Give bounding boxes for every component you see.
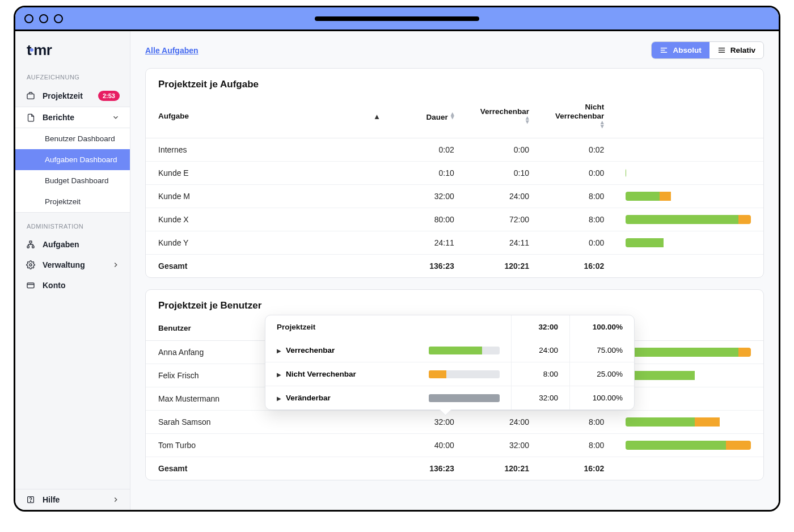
cell-dauer: 80:00 (388, 208, 463, 231)
briefcase-icon (26, 91, 36, 100)
svg-point-4 (29, 264, 32, 266)
sidebar-sub-aufgaben[interactable]: Aufgaben Dashboard (15, 149, 130, 170)
cell-dauer: 32:00 (388, 411, 463, 434)
popover-breakdown: Projektzeit 32:00 100.00% ▶Verrechenbar … (265, 315, 635, 410)
chevron-right-icon: ▶ (277, 371, 281, 378)
logo: tmr (15, 31, 130, 68)
sidebar-item-label: Projektzeit (43, 91, 91, 100)
sidebar-item-verwaltung[interactable]: Verwaltung (15, 255, 130, 275)
sidebar-item-label: Konto (43, 281, 120, 290)
cell-name: Tom Turbo (146, 434, 388, 457)
card-projektzeit-benutzer: Projektzeit je Benutzer Benutzer Anna An… (145, 289, 764, 480)
sidebar: tmr AUFZEICHNUNG Projektzeit 2:53 Berich… (15, 31, 130, 510)
sidebar-sub-budget[interactable]: Budget Dashboard (15, 170, 130, 191)
view-absolut-button[interactable]: Absolut (652, 42, 709, 58)
topbar: Alle Aufgaben Absolut Relativ (145, 41, 764, 59)
col-header-dauer[interactable]: Dauer▴▾ (388, 95, 463, 138)
sort-icon: ▴▾ (526, 116, 529, 123)
svg-rect-0 (27, 94, 34, 99)
svg-rect-2 (27, 246, 29, 248)
popover-title: Projektzeit (265, 315, 417, 339)
cell-name: Kunde E (146, 162, 388, 185)
col-header-aufgabe[interactable]: Aufgabe ▴ (146, 95, 388, 138)
sidebar-item-label: Verwaltung (43, 260, 105, 269)
table-row[interactable]: Kunde E 0:10 0:10 0:00 (146, 162, 763, 185)
popover-value: 32:00 (511, 386, 569, 410)
cell-dauer: 0:02 (388, 138, 463, 162)
card-icon (26, 281, 36, 290)
col-header-nicht-verrechenbar[interactable]: NichtVerrechenbar▴▾ (538, 95, 613, 138)
table-row[interactable]: Kunde X 80:00 72:00 8:00 (146, 208, 763, 231)
popover-total-value: 32:00 (511, 315, 569, 339)
sort-icon: ▴▾ (451, 112, 454, 119)
table-row[interactable]: Kunde M 32:00 24:00 8:00 (146, 185, 763, 208)
sidebar-item-konto[interactable]: Konto (15, 275, 130, 295)
popover-row[interactable]: ▶Veränderbar 32:00 100.00% (265, 386, 634, 410)
view-label: Absolut (673, 46, 701, 54)
breadcrumb[interactable]: Alle Aufgaben (145, 46, 198, 55)
cell-nverr: 0:00 (538, 162, 613, 185)
cell-name: Kunde X (146, 208, 388, 231)
popover-row[interactable]: ▶Verrechenbar 24:00 75.00% (265, 339, 634, 362)
table-row[interactable]: Sarah Samson 32:00 24:00 8:00 (146, 411, 763, 434)
card-title: Projektzeit je Aufgabe (146, 69, 763, 95)
chevron-down-icon (112, 113, 120, 121)
view-relativ-button[interactable]: Relativ (709, 42, 763, 58)
cell-verr: 0:10 (463, 162, 538, 185)
sidebar-item-berichte[interactable]: Berichte (15, 107, 130, 128)
col-header-verrechenbar[interactable]: Verrechenbar▴▾ (463, 95, 538, 138)
popover-row-label: ▶Verrechenbar (265, 339, 417, 362)
view-label: Relativ (730, 46, 755, 54)
sidebar-subnav: Berichte Benutzer Dashboard Aufgaben Das… (15, 107, 130, 213)
cell-verr: 32:00 (463, 434, 538, 457)
sidebar-item-projektzeit[interactable]: Projektzeit 2:53 (15, 85, 130, 107)
cell-nverr: 8:00 (538, 434, 613, 457)
chevron-right-icon: ▶ (277, 395, 281, 402)
popover-row[interactable]: ▶Nicht Verrechenbar 8:00 25.00% (265, 362, 634, 386)
bar (626, 238, 751, 247)
sort-icon: ▴▾ (601, 120, 604, 128)
popover-bar (429, 347, 500, 354)
window-control-dot[interactable] (24, 14, 33, 23)
gear-icon (26, 260, 36, 269)
help-icon (26, 495, 36, 504)
chevron-right-icon (112, 496, 120, 504)
table-row[interactable]: Kunde Y 24:11 24:11 0:00 (146, 231, 763, 255)
window-control-dot[interactable] (54, 14, 63, 23)
popover-pct: 100.00% (570, 386, 635, 410)
window-control-dot[interactable] (39, 14, 48, 23)
sidebar-item-label: Aufgaben (43, 240, 120, 249)
sidebar-sub-benutzer[interactable]: Benutzer Dashboard (15, 128, 130, 149)
svg-rect-5 (27, 283, 34, 288)
main-content: Alle Aufgaben Absolut Relativ (130, 31, 779, 510)
cell-name: Sarah Samson (146, 411, 388, 434)
bar (626, 192, 751, 201)
view-toggle: Absolut Relativ (651, 41, 764, 59)
popover-value: 24:00 (511, 339, 569, 362)
cell-name: Kunde M (146, 185, 388, 208)
titlebar (15, 7, 779, 31)
sort-asc-icon: ▴ (375, 112, 379, 121)
cell-nverr: 8:00 (538, 411, 613, 434)
app-window: tmr AUFZEICHNUNG Projektzeit 2:53 Berich… (14, 6, 780, 512)
section-label-recording: AUFZEICHNUNG (15, 68, 130, 85)
chevron-right-icon: ▶ (277, 348, 281, 354)
table-row[interactable]: Internes 0:02 0:00 0:02 (146, 138, 763, 162)
hierarchy-icon (26, 240, 36, 249)
sidebar-item-aufgaben[interactable]: Aufgaben (15, 234, 130, 255)
popover-bar (429, 394, 500, 402)
align-justify-icon (717, 46, 726, 54)
bar (626, 371, 751, 380)
sidebar-item-label: Hilfe (43, 495, 105, 504)
chevron-right-icon (112, 261, 120, 269)
table-row[interactable]: Tom Turbo 40:00 32:00 8:00 (146, 434, 763, 457)
sidebar-item-hilfe[interactable]: Hilfe (15, 489, 130, 510)
sidebar-sub-projektzeit[interactable]: Projektzeit (15, 191, 130, 212)
titlebar-slot (315, 16, 479, 21)
cell-verr: 24:00 (463, 185, 538, 208)
cell-dauer: 0:10 (388, 162, 463, 185)
card-title: Projektzeit je Benutzer (146, 290, 763, 316)
bar (626, 215, 751, 224)
popover-row-label: ▶Nicht Verrechenbar (265, 362, 417, 386)
popover-pct: 25.00% (570, 362, 635, 386)
